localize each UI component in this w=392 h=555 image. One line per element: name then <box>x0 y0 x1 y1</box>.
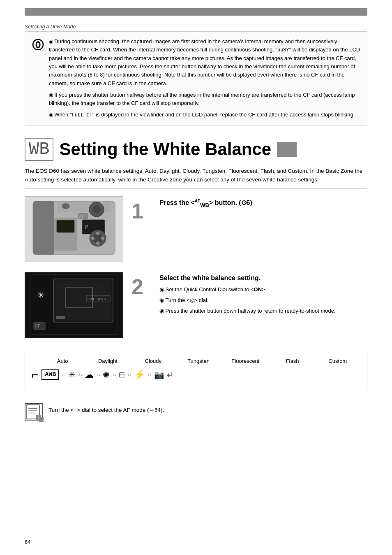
svg-rect-27 <box>56 316 65 319</box>
note-text: Turn the <≡> dial to select the AF mode … <box>48 403 164 415</box>
wb-label-auto: Auto <box>50 358 75 364</box>
header-bar <box>25 8 367 16</box>
wb-label-fluorescent: Fluorescent <box>231 358 259 364</box>
wb-label-cloudy: Cloudy <box>141 358 166 364</box>
warning-bullet-2: If you press the shutter button halfway … <box>49 91 360 107</box>
wb-label-tungsten: Tungsten <box>186 358 211 364</box>
page: Selecting a Drive Mode ⓪ During continuo… <box>0 0 392 555</box>
svg-rect-11 <box>57 220 74 232</box>
warning-text: During continuous shooting, the captured… <box>49 37 360 119</box>
step-2-image: ✳ CF ONE SHOT <box>25 272 123 338</box>
svg-text:WB: WB <box>79 215 84 218</box>
arrow-4: ↔ <box>111 372 117 378</box>
arrow-3: ↔ <box>95 372 101 378</box>
section-title: WB Setting the White Balance <box>25 138 367 161</box>
daylight-icon: ✳ <box>68 369 76 380</box>
wb-table-container: Auto Daylight Cloudy Tungsten Fluorescen… <box>25 352 367 389</box>
step-2-body-3: ◉ Press the shutter button down halfway … <box>159 307 367 316</box>
svg-text:CF: CF <box>35 324 40 328</box>
step-1-title: Press the <AFWB> button. (⊙6) <box>159 199 367 208</box>
wb-label-custom: Custom <box>325 358 350 364</box>
warning-bullet-1: During continuous shooting, the captured… <box>49 37 360 88</box>
section-heading: Setting the White Balance <box>59 139 271 159</box>
lcd-panel-svg: ✳ CF ONE SHOT <box>29 273 119 337</box>
arrow-6: ↔ <box>147 372 152 378</box>
step-1-number: 1 <box>131 200 151 222</box>
awb-icon: AWB <box>42 369 59 380</box>
custom-icon: 📷 <box>154 370 164 380</box>
section-icon-decoration <box>277 142 297 157</box>
wb-prefix: WB <box>25 138 53 161</box>
svg-point-4 <box>92 205 101 214</box>
wb-labels-row: Auto Daylight Cloudy Tungsten Fluorescen… <box>32 358 360 364</box>
svg-point-17 <box>91 237 95 240</box>
arrow-1: ↔ <box>61 372 67 378</box>
step-2-body-1: ◉ Set the Quick Control Dial switch to <… <box>159 285 367 294</box>
cloudy-icon: ☁ <box>85 369 94 380</box>
warning-bullet-3: When "FuLL CF" is displayed in the viewf… <box>49 111 360 119</box>
svg-point-14 <box>96 232 99 235</box>
tungsten-icon: ✺ <box>103 370 110 380</box>
warning-icon: ⓪ <box>32 37 44 119</box>
steps-area: WB P 1 <box>25 196 367 348</box>
svg-point-16 <box>96 242 99 245</box>
page-number: 64 <box>25 539 30 545</box>
svg-text:✳: ✳ <box>37 290 44 300</box>
left-bracket-icon: ⌐ <box>32 368 38 381</box>
arrow-5: ↔ <box>127 372 132 378</box>
step-1-row: WB P 1 <box>25 196 367 262</box>
step-1-image: WB P <box>25 196 123 262</box>
wb-label-daylight: Daylight <box>95 358 120 364</box>
camera-top-svg: WB P <box>29 197 119 261</box>
wb-icons-row: ⌐ AWB ↔ ✳ ↔ ☁ ↔ ✺ ↔ ⊟ ↔ ⚡ ↔ 📷 ↵ <box>32 367 360 383</box>
right-bracket-icon: ↵ <box>167 370 174 380</box>
step-2-body: ◉ Set the Quick Control Dial switch to <… <box>159 285 367 316</box>
step-2-number: 2 <box>131 276 151 297</box>
step-1-content: Press the <AFWB> button. (⊙6) <box>159 196 367 211</box>
svg-text:P: P <box>85 224 88 230</box>
svg-text:▼: ▼ <box>37 416 40 420</box>
wb-label-flash: Flash <box>280 358 305 364</box>
flash-icon: ⚡ <box>134 369 145 380</box>
step-2-content: Select the white balance setting. ◉ Set … <box>159 272 367 317</box>
svg-point-15 <box>101 237 104 240</box>
note-icon: ▼ <box>25 403 43 421</box>
arrow-2: ↔ <box>77 372 83 378</box>
warning-box: ⓪ During continuous shooting, the captur… <box>25 31 367 125</box>
step-2-title: Select the white balance setting. <box>159 274 367 282</box>
note-icon-svg: ▼ <box>25 403 42 421</box>
intro-text: The EOS D60 has seven white balance sett… <box>25 167 367 189</box>
breadcrumb: Selecting a Drive Mode <box>25 24 367 30</box>
svg-rect-1 <box>33 201 54 255</box>
step-2-row: ✳ CF ONE SHOT 2 Select the white balance… <box>25 272 367 338</box>
note-box: ▼ Turn the <≡> dial to select the AF mod… <box>25 399 367 425</box>
svg-text:ONE SHOT: ONE SHOT <box>88 297 107 301</box>
step-2-body-2: ◉ Turn the <◎> dial. <box>159 296 367 305</box>
fluorescent-icon: ⊟ <box>119 370 125 379</box>
svg-point-5 <box>62 203 70 209</box>
